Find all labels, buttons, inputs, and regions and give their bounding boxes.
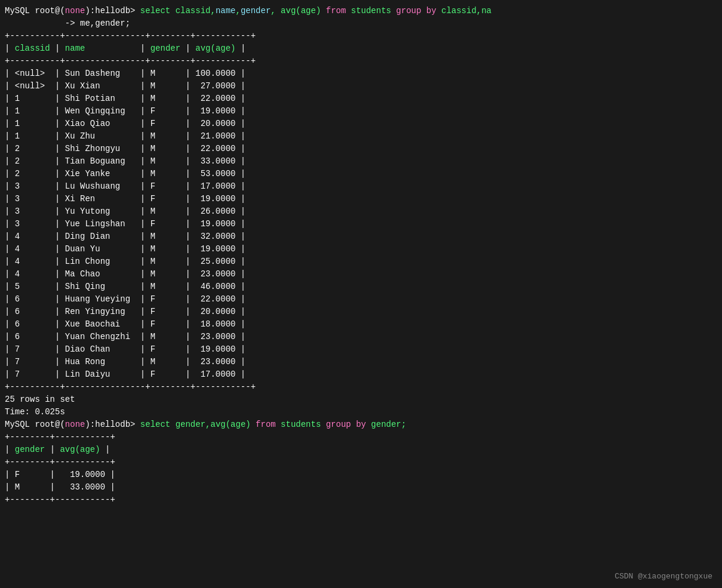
terminal: MySQL root@(none):hellodb> select classi… <box>0 0 722 588</box>
cmd2-gender: gender; <box>366 420 406 429</box>
cmd2-students: students <box>276 420 326 429</box>
cmd1-name: name <box>216 6 236 16</box>
table1-row-21: | 6 | Xue Baochai | F | 18.0000 | <box>0 318 722 331</box>
prompt-2b: ):hellodb> <box>85 420 135 429</box>
table1-row-13: | 3 | Yue Lingshan | F | 19.0000 | <box>0 218 722 230</box>
table1-row-14: | 4 | Ding Dian | M | 32.0000 | <box>0 230 722 243</box>
table1-row-2: | <null> | Xu Xian | M | 27.0000 | <box>0 80 722 93</box>
cmd1-comma1: , <box>235 6 240 16</box>
prompt-1b: ):hellodb> <box>85 6 135 16</box>
command-line-1: MySQL root@(none):hellodb> select classi… <box>0 5 722 17</box>
table1-row-22: | 6 | Yuan Chengzhi | M | 23.0000 | <box>0 331 722 343</box>
table1-border-mid: +----------+----------------+--------+--… <box>0 55 722 67</box>
cmd1-by2: by <box>426 6 437 16</box>
table1-row-16: | 4 | Lin Chong | M | 25.0000 | <box>0 255 722 268</box>
cmd1-comma2: , avg(age) <box>271 6 325 16</box>
table1-header: | classid | name | gender | avg(age) | <box>0 42 722 55</box>
time-info: Time: 0.025s <box>0 406 722 418</box>
cmd1-arrow: -> me,gender; <box>5 19 130 28</box>
cmd1-gender: gender <box>241 6 271 16</box>
table1-row-7: | 2 | Shi Zhongyu | M | 22.0000 | <box>0 143 722 155</box>
table1-row-1: | <null> | Sun Dasheng | M | 100.0000 | <box>0 67 722 80</box>
cmd2-select: select gender,avg(age) <box>135 420 256 429</box>
table1-row-18: | 5 | Shi Qing | M | 46.0000 | <box>0 281 722 293</box>
prompt-1: MySQL root@( <box>5 6 65 16</box>
table1-row-19: | 6 | Huang Yueying | F | 22.0000 | <box>0 293 722 306</box>
table1-row-11: | 3 | Xi Ren | F | 19.0000 | <box>0 193 722 205</box>
cmd1-from: from <box>326 6 346 16</box>
cmd1-by <box>421 6 426 16</box>
table1-row-23: | 7 | Diao Chan | F | 19.0000 | <box>0 343 722 356</box>
cmd2-space <box>351 420 356 429</box>
table1-row-9: | 2 | Xie Yanke | M | 53.0000 | <box>0 168 722 180</box>
table1-row-5: | 1 | Xiao Qiao | F | 20.0000 | <box>0 118 722 130</box>
watermark: CSDN @xiaogengtongxue <box>615 572 712 581</box>
cmd1-select: select classid, <box>135 6 215 16</box>
none-keyword-2: none <box>65 420 85 429</box>
cmd2-group: group <box>326 420 351 429</box>
table1-row-6: | 1 | Xu Zhu | M | 21.0000 | <box>0 130 722 143</box>
table1-row-3: | 1 | Shi Potian | M | 22.0000 | <box>0 93 722 105</box>
table1-border-top: +----------+----------------+--------+--… <box>0 30 722 42</box>
table1-row-17: | 4 | Ma Chao | M | 23.0000 | <box>0 268 722 281</box>
command-line-1-cont: -> me,gender; <box>0 17 722 30</box>
table2-row-2: | M | 33.0000 | <box>0 481 722 494</box>
cmd1-group: group <box>396 6 421 16</box>
cmd2-by: by <box>356 420 366 429</box>
table1-row-4: | 1 | Wen Qingqing | F | 19.0000 | <box>0 105 722 118</box>
table2-header: | gender | avg(age) | <box>0 444 722 456</box>
table2-border-mid: +--------+-----------+ <box>0 456 722 469</box>
table1-row-8: | 2 | Tian Boguang | M | 33.0000 | <box>0 155 722 168</box>
table1-row-20: | 6 | Ren Yingying | F | 20.0000 | <box>0 306 722 318</box>
cmd1-classid: classid,na <box>437 6 491 16</box>
none-keyword: none <box>65 6 85 16</box>
table1-row-24: | 7 | Hua Rong | M | 23.0000 | <box>0 356 722 368</box>
rows-info: 25 rows in set <box>0 393 722 406</box>
table2-border-top: +--------+-----------+ <box>0 431 722 444</box>
table1-border-bottom: +----------+----------------+--------+--… <box>0 381 722 393</box>
table1-row-25: | 7 | Lin Daiyu | F | 17.0000 | <box>0 368 722 381</box>
cmd2-from: from <box>256 420 276 429</box>
table1-row-15: | 4 | Duan Yu | M | 19.0000 | <box>0 243 722 255</box>
table1-row-10: | 3 | Lu Wushuang | F | 17.0000 | <box>0 180 722 193</box>
cmd1-students: students <box>346 6 396 16</box>
table2-row-1: | F | 19.0000 | <box>0 469 722 481</box>
table1-row-12: | 3 | Yu Yutong | M | 26.0000 | <box>0 205 722 218</box>
table2-border-bottom: +--------+-----------+ <box>0 494 722 506</box>
prompt-2: MySQL root@( <box>5 420 65 429</box>
command-line-2: MySQL root@(none):hellodb> select gender… <box>0 418 722 431</box>
